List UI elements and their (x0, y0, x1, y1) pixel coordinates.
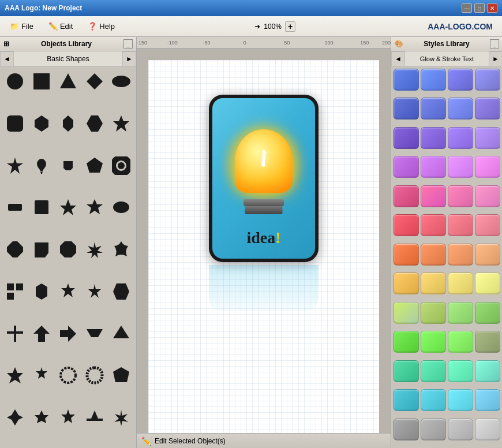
list-item[interactable] (394, 185, 419, 207)
list-item[interactable] (394, 127, 419, 149)
objects-prev-button[interactable]: ◄ (0, 51, 14, 66)
list-item[interactable] (55, 111, 81, 136)
list-item[interactable] (448, 156, 473, 178)
list-item[interactable] (475, 156, 500, 178)
list-item[interactable] (108, 69, 134, 94)
list-item[interactable] (421, 331, 446, 353)
list-item[interactable] (394, 302, 419, 324)
list-item[interactable] (448, 272, 473, 294)
list-item[interactable] (108, 111, 134, 136)
list-item[interactable] (421, 69, 446, 91)
objects-next-button[interactable]: ► (122, 51, 136, 66)
list-item[interactable] (421, 244, 446, 266)
list-item[interactable] (29, 69, 54, 94)
list-item[interactable] (394, 214, 419, 236)
help-menu[interactable]: ❓ Help (80, 19, 122, 33)
list-item[interactable] (2, 237, 28, 262)
list-item[interactable] (55, 195, 81, 220)
list-item[interactable] (82, 363, 107, 388)
list-item[interactable] (394, 331, 419, 353)
list-item[interactable] (108, 321, 134, 346)
list-item[interactable] (29, 195, 54, 220)
list-item[interactable] (475, 389, 500, 411)
list-item[interactable] (82, 321, 107, 346)
list-item[interactable] (108, 237, 134, 262)
list-item[interactable] (108, 279, 134, 304)
list-item[interactable] (475, 98, 500, 120)
list-item[interactable] (394, 69, 419, 91)
list-item[interactable] (29, 153, 54, 178)
list-item[interactable] (82, 405, 107, 430)
list-item[interactable] (421, 419, 446, 440)
list-item[interactable] (108, 405, 134, 430)
list-item[interactable] (394, 98, 419, 120)
list-item[interactable] (394, 419, 419, 440)
list-item[interactable] (82, 69, 107, 94)
list-item[interactable] (2, 153, 28, 178)
list-item[interactable] (108, 363, 134, 388)
list-item[interactable] (108, 195, 134, 220)
list-item[interactable] (475, 127, 500, 149)
maximize-button[interactable]: □ (474, 3, 485, 13)
styles-next-button[interactable]: ► (489, 51, 502, 66)
list-item[interactable] (394, 244, 419, 266)
list-item[interactable] (394, 272, 419, 294)
list-item[interactable] (394, 156, 419, 178)
list-item[interactable] (29, 237, 54, 262)
styles-prev-button[interactable]: ◄ (391, 51, 405, 66)
list-item[interactable] (29, 363, 54, 388)
list-item[interactable] (394, 389, 419, 411)
list-item[interactable] (82, 195, 107, 220)
edit-menu[interactable]: ✏️ Edit (41, 19, 80, 33)
list-item[interactable] (108, 153, 134, 178)
list-item[interactable] (421, 389, 446, 411)
logo-card[interactable]: i idea! (209, 95, 319, 262)
list-item[interactable] (448, 389, 473, 411)
list-item[interactable] (55, 69, 81, 94)
list-item[interactable] (421, 127, 446, 149)
list-item[interactable] (29, 405, 54, 430)
list-item[interactable] (448, 185, 473, 207)
list-item[interactable] (448, 214, 473, 236)
list-item[interactable] (29, 279, 54, 304)
list-item[interactable] (448, 98, 473, 120)
list-item[interactable] (475, 331, 500, 353)
list-item[interactable] (55, 363, 81, 388)
list-item[interactable] (475, 69, 500, 91)
close-button[interactable]: ✕ (487, 3, 497, 13)
list-item[interactable] (448, 331, 473, 353)
list-item[interactable] (475, 419, 500, 440)
list-item[interactable] (82, 237, 107, 262)
canvas-scroll[interactable]: i idea! (137, 48, 391, 433)
minimize-button[interactable]: — (462, 3, 472, 13)
list-item[interactable] (421, 302, 446, 324)
list-item[interactable] (2, 405, 28, 430)
list-item[interactable] (475, 272, 500, 294)
list-item[interactable] (2, 195, 28, 220)
list-item[interactable] (2, 69, 28, 94)
list-item[interactable] (475, 360, 500, 382)
list-item[interactable] (2, 321, 28, 346)
list-item[interactable] (55, 321, 81, 346)
list-item[interactable] (448, 360, 473, 382)
list-item[interactable] (421, 360, 446, 382)
list-item[interactable] (448, 419, 473, 440)
list-item[interactable] (82, 153, 107, 178)
list-item[interactable] (29, 321, 54, 346)
list-item[interactable] (448, 127, 473, 149)
list-item[interactable] (2, 279, 28, 304)
list-item[interactable] (448, 244, 473, 266)
list-item[interactable] (448, 302, 473, 324)
list-item[interactable] (55, 279, 81, 304)
list-item[interactable] (82, 279, 107, 304)
list-item[interactable] (421, 272, 446, 294)
zoom-plus-button[interactable]: + (285, 21, 295, 32)
list-item[interactable] (475, 244, 500, 266)
list-item[interactable] (55, 405, 81, 430)
list-item[interactable] (421, 98, 446, 120)
list-item[interactable] (448, 69, 473, 91)
styles-library-collapse-button[interactable]: _ (490, 39, 499, 48)
file-menu[interactable]: 📁 File (2, 19, 41, 33)
list-item[interactable] (421, 185, 446, 207)
list-item[interactable] (421, 156, 446, 178)
